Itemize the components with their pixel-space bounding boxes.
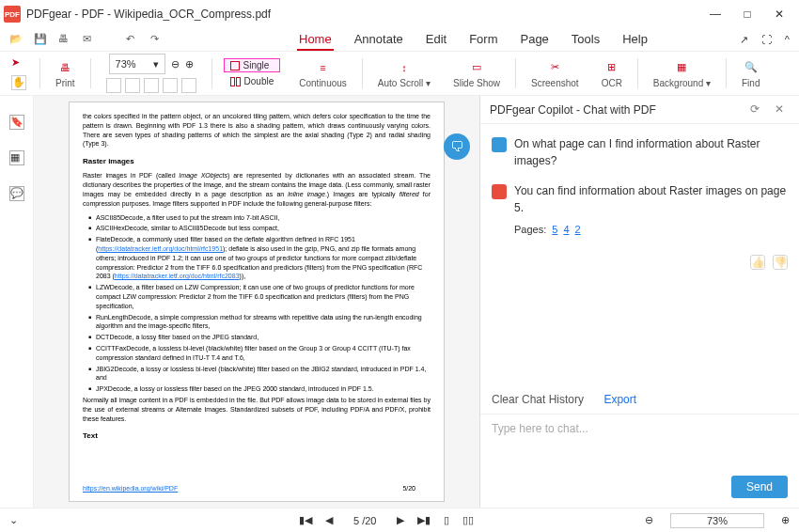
filter-list: ASCII85Decode, a filter used to put the … [88, 213, 431, 394]
tab-tools[interactable]: Tools [570, 29, 602, 51]
bot-message: You can find information about Raster im… [492, 182, 788, 238]
page-number: 5/20 [402, 484, 415, 493]
thumbs-down-icon[interactable]: 👎 [773, 255, 788, 270]
send-button[interactable]: Send [731, 476, 788, 498]
double-view-button[interactable]: Double [224, 74, 281, 88]
next-page-icon[interactable]: ▶ [397, 514, 404, 526]
background-button[interactable]: ▦ Background ▾ [646, 52, 718, 95]
fullscreen-icon[interactable]: ⛶ [761, 34, 772, 46]
fit-page-icon[interactable] [106, 78, 121, 93]
search-icon: 🔍 [743, 59, 760, 76]
camera-icon: ✂ [546, 59, 563, 76]
close-panel-icon[interactable]: ✕ [775, 102, 790, 117]
chat-placeholder: Type here to chat... [492, 422, 588, 435]
rotate-right-icon[interactable] [181, 78, 196, 93]
window-title: PDFgear - PDF - Wikipedia_OCR_Compress.p… [26, 8, 271, 21]
minimize-button[interactable]: — [699, 0, 731, 28]
ocr-button[interactable]: ⊞ OCR [594, 52, 630, 95]
double-page-icon[interactable]: ▯▯ [462, 514, 474, 526]
first-page-icon[interactable]: ▮◀ [299, 514, 312, 526]
select-tool[interactable]: ➤ [11, 56, 26, 71]
redo-icon[interactable]: ↷ [150, 33, 164, 46]
bookmark-panel-icon[interactable]: 🔖 [9, 115, 24, 130]
single-page-icon[interactable]: ▯ [444, 514, 449, 526]
quick-access-bar: 📂 💾 🖶 ✉ ↶ ↷ Home Annotate Edit Form Page… [0, 28, 799, 51]
user-avatar-icon [492, 137, 507, 152]
refresh-icon[interactable]: ⟳ [750, 102, 765, 117]
pdf-page: the colors specified in the pattern obje… [69, 102, 445, 502]
thumbnail-panel-icon[interactable]: ▦ [9, 150, 24, 165]
heading-raster: Raster images [83, 156, 431, 166]
fit-width-icon[interactable] [125, 78, 140, 93]
single-view-button[interactable]: Single [224, 58, 281, 72]
page-link-4[interactable]: 4 [563, 224, 569, 235]
tab-edit[interactable]: Edit [424, 29, 448, 51]
find-button[interactable]: 🔍 Find [734, 52, 767, 95]
document-view[interactable]: the colors specified in the pattern obje… [34, 96, 479, 508]
feedback: 👍 👎 [750, 255, 788, 270]
rfc1951-link[interactable]: https://datatracker.ietf.org/doc/html/rf… [98, 245, 223, 252]
rfc2083-link[interactable]: https://datatracker.ietf.org/doc/html/rf… [115, 273, 240, 279]
collapse-ribbon-icon[interactable]: ^ [785, 34, 790, 46]
zoom-out-status-icon[interactable]: ⊖ [645, 514, 653, 526]
copilot-toggle-icon[interactable]: 🗨 [444, 133, 470, 160]
last-page-icon[interactable]: ▶▮ [417, 514, 431, 526]
hand-tool[interactable]: ✋ [11, 75, 26, 90]
body-text: Raster images in PDF (called Image XObje… [83, 171, 431, 208]
zoom-combo[interactable]: 73%▾ [109, 54, 165, 74]
copilot-header: PDFgear Copilot - Chat with PDF ⟳ ✕ [480, 96, 799, 124]
app-logo: PDF [4, 6, 21, 23]
print-button[interactable]: 🖶 Print [48, 52, 83, 95]
background-icon: ▦ [673, 59, 690, 76]
copilot-panel: PDFgear Copilot - Chat with PDF ⟳ ✕ On w… [479, 96, 799, 508]
prev-page-icon[interactable]: ◀ [325, 514, 333, 526]
zoom-in-icon[interactable]: ⊕ [185, 58, 194, 70]
body-text: Normally all image content in a PDF is e… [83, 396, 431, 423]
tab-home[interactable]: Home [297, 29, 334, 51]
maximize-button[interactable]: □ [731, 0, 763, 28]
export-button[interactable]: Export [603, 393, 636, 406]
chat-input[interactable]: Type here to chat... Send [480, 414, 799, 508]
rotate-left-icon[interactable] [163, 78, 178, 93]
zoom-status[interactable]: 73% [670, 513, 764, 528]
tab-help[interactable]: Help [620, 29, 650, 51]
zoom-in-status-icon[interactable]: ⊕ [781, 514, 790, 526]
autoscroll-icon: ↕ [396, 59, 413, 76]
chat-body: On what page can I find information abou… [480, 124, 799, 393]
screenshot-button[interactable]: ✂ Screenshot [524, 52, 587, 95]
zoom-out-icon[interactable]: ⊖ [171, 58, 180, 70]
slideshow-button[interactable]: ▭ Slide Show [446, 52, 508, 95]
close-button[interactable]: ✕ [763, 0, 795, 28]
expand-sidebar-icon[interactable]: ⌄ [9, 514, 24, 526]
thumbs-up-icon[interactable]: 👍 [750, 255, 765, 270]
slideshow-icon: ▭ [468, 59, 485, 76]
ocr-icon: ⊞ [603, 59, 620, 76]
status-bar: ⌄ ▮◀ ◀ 5 /20 ▶ ▶▮ ▯ ▯▯ ⊖ 73% ⊕ [0, 508, 799, 532]
autoscroll-button[interactable]: ↕ Auto Scroll ▾ [370, 52, 438, 95]
annotation-panel-icon[interactable]: 💬 [9, 186, 24, 201]
print-icon[interactable]: 🖶 [58, 33, 71, 46]
tab-form[interactable]: Form [467, 29, 499, 51]
share-icon[interactable]: ↗ [740, 34, 748, 46]
copilot-title: PDFgear Copilot - Chat with PDF [490, 103, 656, 117]
source-link[interactable]: https://en.wikipedia.org/wiki/PDF [83, 484, 178, 493]
continuous-button[interactable]: ≡ Continuous [291, 52, 354, 95]
open-icon[interactable]: 📂 [9, 33, 23, 46]
tab-annotate[interactable]: Annotate [352, 29, 405, 51]
tab-page[interactable]: Page [518, 29, 550, 51]
chat-actions: Clear Chat History Export [480, 393, 799, 414]
page-link-2[interactable]: 2 [575, 224, 581, 235]
tool-selector: ➤ ✋ [6, 56, 32, 90]
ribbon-tabs: Home Annotate Edit Form Page Tools Help [297, 29, 650, 51]
heading-text: Text [83, 430, 431, 441]
page-link-5[interactable]: 5 [552, 224, 557, 235]
clear-history-button[interactable]: Clear Chat History [492, 393, 584, 406]
message-text: You can find information about Raster im… [514, 182, 788, 238]
mail-icon[interactable]: ✉ [83, 33, 96, 46]
actual-size-icon[interactable] [144, 78, 159, 93]
undo-icon[interactable]: ↶ [126, 33, 139, 46]
page-indicator[interactable]: 5 /20 [353, 515, 376, 526]
ribbon: ➤ ✋ 🖶 Print 73%▾ ⊖ ⊕ Single Double ≡ Con… [0, 51, 799, 96]
save-icon[interactable]: 💾 [34, 33, 47, 46]
bot-avatar-icon [492, 184, 507, 199]
